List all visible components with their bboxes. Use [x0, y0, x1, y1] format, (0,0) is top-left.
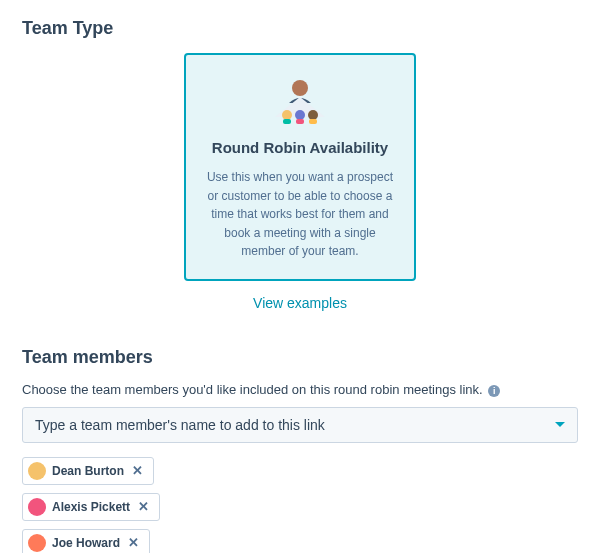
member-chip-label: Dean Burton: [52, 464, 124, 478]
svg-point-2: [295, 110, 305, 120]
team-member-select[interactable]: Type a team member's name to add to this…: [22, 407, 578, 443]
remove-member-icon[interactable]: ✕: [126, 536, 141, 549]
team-type-heading: Team Type: [22, 18, 578, 39]
chevron-down-icon: [555, 422, 565, 427]
svg-point-3: [308, 110, 318, 120]
svg-point-0: [292, 80, 308, 96]
svg-rect-4: [283, 119, 291, 124]
round-robin-illustration-icon: [265, 75, 335, 125]
member-chip[interactable]: Joe Howard ✕: [22, 529, 150, 553]
round-robin-card[interactable]: Round Robin Availability Use this when y…: [184, 53, 416, 281]
member-chip-label: Joe Howard: [52, 536, 120, 550]
team-members-subtext: Choose the team members you'd like inclu…: [22, 382, 578, 397]
team-member-select-placeholder: Type a team member's name to add to this…: [35, 417, 325, 433]
svg-rect-6: [309, 119, 317, 124]
team-members-heading: Team members: [22, 347, 578, 368]
remove-member-icon[interactable]: ✕: [136, 500, 151, 513]
team-type-card-container: Round Robin Availability Use this when y…: [22, 53, 578, 311]
selected-members-list: Dean Burton ✕ Alexis Pickett ✕ Joe Howar…: [22, 457, 578, 553]
avatar: [28, 534, 46, 552]
avatar: [28, 462, 46, 480]
view-examples-link[interactable]: View examples: [253, 295, 347, 311]
team-members-subtext-text: Choose the team members you'd like inclu…: [22, 382, 483, 397]
round-robin-card-title: Round Robin Availability: [204, 139, 396, 156]
round-robin-card-description: Use this when you want a prospect or cus…: [204, 168, 396, 261]
info-icon[interactable]: i: [488, 385, 500, 397]
member-chip-label: Alexis Pickett: [52, 500, 130, 514]
avatar: [28, 498, 46, 516]
svg-point-1: [282, 110, 292, 120]
remove-member-icon[interactable]: ✕: [130, 464, 145, 477]
member-chip[interactable]: Dean Burton ✕: [22, 457, 154, 485]
svg-rect-5: [296, 119, 304, 124]
member-chip[interactable]: Alexis Pickett ✕: [22, 493, 160, 521]
